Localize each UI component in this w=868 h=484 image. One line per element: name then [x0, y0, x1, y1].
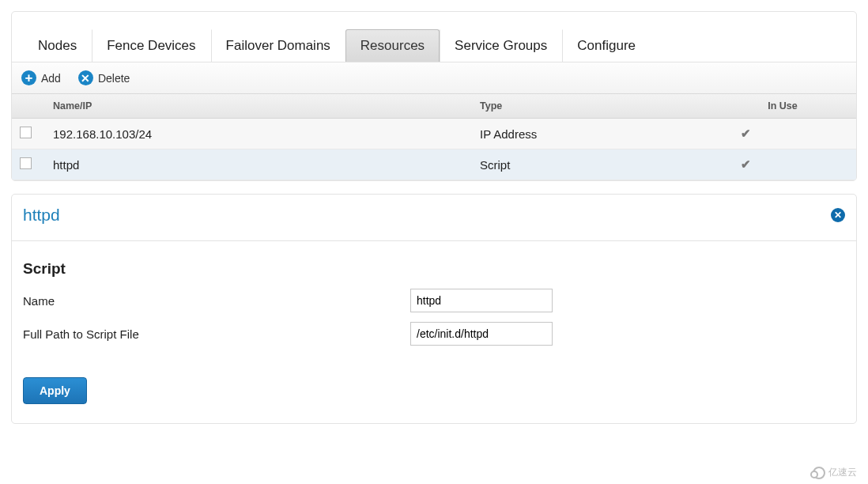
row-checkbox[interactable]: [20, 157, 32, 169]
tab-nodes[interactable]: Nodes: [23, 29, 92, 62]
path-input[interactable]: [410, 322, 553, 346]
cell-name: 192.168.10.103/24: [45, 119, 472, 149]
resources-table: Name/IP Type In Use 192.168.10.103/24 IP…: [12, 94, 856, 180]
path-label: Full Path to Script File: [23, 327, 410, 341]
delete-label: Delete: [98, 72, 130, 85]
tab-failover-domains[interactable]: Failover Domains: [211, 29, 345, 62]
tab-configure[interactable]: Configure: [562, 29, 651, 62]
toolbar: + Add ✕ Delete: [12, 62, 856, 94]
col-type[interactable]: Type: [472, 94, 709, 119]
name-label: Name: [23, 294, 410, 308]
x-icon: ✕: [78, 70, 93, 85]
col-in-use[interactable]: In Use: [709, 94, 856, 119]
add-label: Add: [41, 72, 61, 85]
add-button[interactable]: + Add: [21, 70, 61, 85]
tab-resources[interactable]: Resources: [345, 29, 440, 62]
delete-button[interactable]: ✕ Delete: [78, 70, 130, 85]
tab-fence-devices[interactable]: Fence Devices: [92, 29, 210, 62]
tab-service-groups[interactable]: Service Groups: [440, 29, 562, 62]
section-title: Script: [12, 241, 856, 284]
col-name-ip[interactable]: Name/IP: [45, 94, 472, 119]
field-name-row: Name: [12, 284, 856, 317]
row-checkbox[interactable]: [20, 127, 32, 138]
cell-name: httpd: [45, 149, 472, 180]
cell-type: IP Address: [472, 119, 709, 149]
close-icon[interactable]: ✕: [831, 208, 845, 222]
check-icon: ✔: [741, 157, 751, 171]
table-row[interactable]: 192.168.10.103/24 IP Address ✔: [12, 119, 856, 149]
col-checkbox: [12, 94, 45, 119]
resources-panel: Nodes Fence Devices Failover Domains Res…: [11, 11, 857, 181]
resource-detail-panel: httpd ✕ Script Name Full Path to Script …: [11, 194, 857, 424]
plus-icon: +: [21, 70, 36, 85]
table-row[interactable]: httpd Script ✔: [12, 149, 856, 180]
field-path-row: Full Path to Script File: [12, 317, 856, 350]
cell-type: Script: [472, 149, 709, 180]
name-input[interactable]: [410, 289, 553, 312]
apply-button[interactable]: Apply: [23, 377, 87, 404]
tab-bar: Nodes Fence Devices Failover Domains Res…: [12, 12, 856, 62]
detail-title: httpd: [23, 206, 60, 225]
check-icon: ✔: [741, 127, 751, 140]
